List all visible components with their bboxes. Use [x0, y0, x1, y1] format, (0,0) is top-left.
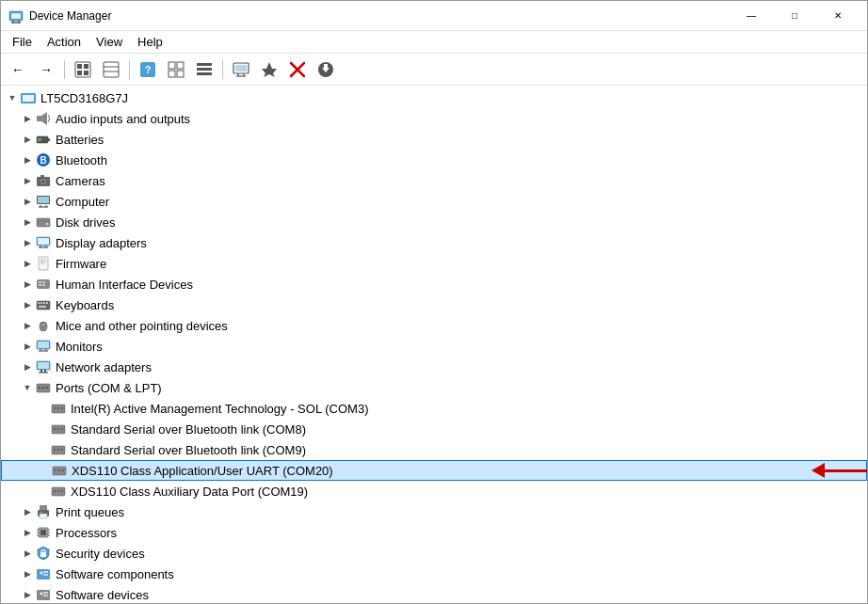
tree-item-port3[interactable]: ▶ Standard Serial over Bluetooth link (C… [1, 439, 867, 460]
tree-item-keyboards[interactable]: ▶ Keyboards [1, 294, 867, 315]
batteries-label: Batteries [56, 133, 104, 147]
expand-root[interactable]: ▼ [5, 90, 20, 105]
close-button[interactable]: ✕ [816, 1, 860, 31]
svg-point-110 [61, 490, 63, 492]
menu-view[interactable]: View [88, 33, 130, 51]
tree-item-port4[interactable]: ▶ XDS110 Class Application/User UART (CO… [1, 460, 867, 481]
svg-marker-36 [41, 112, 47, 125]
svg-rect-66 [39, 284, 41, 286]
svg-rect-16 [177, 62, 184, 69]
expand-network[interactable]: ▶ [20, 359, 35, 374]
toolbar-view3[interactable] [191, 57, 217, 82]
svg-point-109 [57, 490, 59, 492]
disk-icon [35, 214, 52, 230]
red-arrow-annotation [812, 463, 867, 478]
tree-item-computer[interactable]: ▶ Computer [1, 191, 867, 212]
software-dev-icon [35, 586, 52, 603]
back-button[interactable]: ← [5, 57, 31, 82]
tree-item-firmware[interactable]: ▶ Firmware [1, 253, 867, 274]
svg-point-106 [62, 469, 64, 471]
toolbar-view1[interactable] [70, 57, 96, 82]
tree-item-bluetooth[interactable]: ▶ B Bluetooth [1, 150, 867, 170]
toolbar-download[interactable] [313, 57, 339, 82]
expand-print[interactable]: ▶ [20, 504, 35, 519]
svg-rect-1 [11, 13, 21, 19]
port4-label: XDS110 Class Application/User UART (COM2… [72, 464, 333, 478]
expand-display[interactable]: ▶ [20, 235, 35, 250]
svg-rect-17 [169, 71, 175, 77]
svg-rect-45 [40, 175, 44, 178]
expand-batteries[interactable]: ▶ [20, 132, 35, 147]
menu-file[interactable]: File [5, 33, 40, 51]
tree-item-software-comp[interactable]: ▶ Software components [1, 564, 867, 584]
expand-disk[interactable]: ▶ [20, 215, 35, 230]
toolbar-remove[interactable] [284, 57, 311, 82]
tree-item-port1[interactable]: ▶ Intel(R) Active Management Technology … [1, 398, 867, 419]
svg-point-104 [55, 469, 56, 471]
expand-mice[interactable]: ▶ [20, 318, 35, 333]
tree-item-audio[interactable]: ▶ Audio inputs and outputs [1, 108, 867, 129]
svg-rect-8 [77, 71, 82, 75]
tree-item-port2[interactable]: ▶ Standard Serial over Bluetooth link (C… [1, 419, 867, 439]
batteries-icon [35, 131, 52, 148]
ports-icon [35, 379, 52, 396]
toolbar: ← → ? [1, 54, 867, 86]
tree-item-port5[interactable]: ▶ XDS110 Class Auxiliary Data Port (COM1… [1, 481, 867, 501]
svg-point-98 [61, 428, 63, 430]
tree-item-cameras[interactable]: ▶ Cameras [1, 170, 867, 191]
svg-rect-10 [104, 62, 119, 77]
tree-item-software-dev[interactable]: ▶ Software devices [1, 584, 867, 603]
expand-keyboards[interactable]: ▶ [20, 297, 35, 312]
toolbar-pin[interactable] [256, 57, 282, 82]
tree-root[interactable]: ▼ LT5CD3168G7J [1, 87, 867, 108]
toolbar-monitor[interactable] [228, 57, 254, 82]
svg-point-94 [61, 407, 63, 409]
expand-software-dev[interactable]: ▶ [20, 587, 35, 602]
expand-bluetooth[interactable]: ▶ [20, 152, 35, 167]
svg-rect-64 [39, 281, 41, 283]
bluetooth-icon: B [35, 151, 52, 168]
expand-hid[interactable]: ▶ [20, 277, 35, 292]
expand-ports[interactable]: ▼ [20, 380, 35, 395]
expand-firmware[interactable]: ▶ [20, 256, 35, 271]
tree-item-print[interactable]: ▶ Print queues [1, 501, 867, 522]
minimize-button[interactable]: — [730, 1, 773, 31]
tree-item-processors[interactable]: ▶ Processors [1, 522, 867, 543]
tree-item-ports[interactable]: ▼ Ports (COM & LPT) [1, 377, 867, 398]
toolbar-grid[interactable] [163, 57, 189, 82]
expand-computer[interactable]: ▶ [20, 194, 35, 209]
tree-item-network[interactable]: ▶ Network adapters [1, 357, 867, 377]
tree-container[interactable]: ▼ LT5CD3168G7J ▶ Audio inputs and output… [1, 86, 867, 603]
tree-item-disk[interactable]: ▶ Disk drives [1, 212, 867, 232]
svg-rect-65 [42, 281, 45, 283]
tree-item-batteries[interactable]: ▶ Batteries [1, 129, 867, 150]
menu-help[interactable]: Help [130, 33, 170, 51]
forward-button[interactable]: → [33, 57, 59, 82]
tree-item-display[interactable]: ▶ Display adapters [1, 232, 867, 253]
window-controls: — □ ✕ [730, 1, 860, 31]
svg-rect-51 [37, 218, 50, 227]
disk-label: Disk drives [56, 215, 116, 230]
mice-label: Mice and other pointing devices [56, 319, 228, 333]
tree-item-mice[interactable]: ▶ Mice and other pointing devices [1, 315, 867, 336]
maximize-button[interactable]: □ [773, 1, 816, 31]
software-dev-label: Software devices [56, 588, 149, 602]
tree-item-hid[interactable]: ▶ Human Interface Devices [1, 274, 867, 294]
menu-action[interactable]: Action [40, 33, 88, 51]
print-icon [35, 503, 52, 520]
svg-rect-112 [40, 505, 47, 510]
window-title: Device Manager [29, 9, 730, 23]
tree-item-security[interactable]: ▶ Security devices [1, 543, 867, 564]
svg-point-96 [54, 428, 56, 430]
expand-software-comp[interactable]: ▶ [20, 566, 35, 581]
expand-cameras[interactable]: ▶ [20, 173, 35, 188]
toolbar-help[interactable]: ? [135, 57, 161, 82]
expand-security[interactable]: ▶ [20, 546, 35, 561]
port1-icon [50, 400, 67, 417]
tree-item-monitors[interactable]: ▶ Monitors [1, 336, 867, 357]
toolbar-view2[interactable] [98, 57, 124, 82]
expand-monitors[interactable]: ▶ [20, 339, 35, 354]
svg-rect-55 [38, 238, 49, 245]
expand-processors[interactable]: ▶ [20, 525, 35, 540]
expand-audio[interactable]: ▶ [20, 111, 35, 126]
